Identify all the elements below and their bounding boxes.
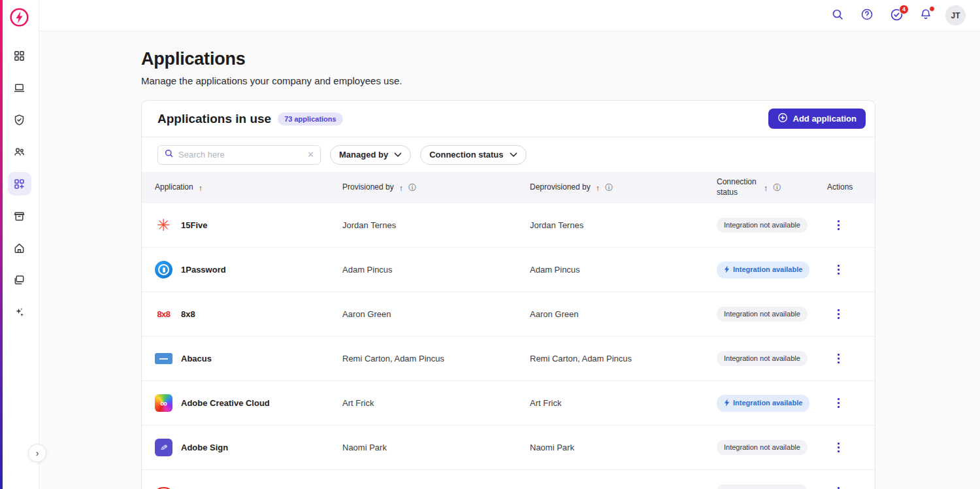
connection-status-filter[interactable]: Connection status <box>420 145 526 165</box>
row-actions-kebab-button[interactable] <box>835 262 842 277</box>
connection-status-badge: Integration not available <box>717 351 808 366</box>
add-application-button[interactable]: Add application <box>768 109 866 129</box>
sidebar-collapse-button[interactable]: › <box>28 444 46 462</box>
deprovisioned-by-value: Remi Carton, Adam Pincus <box>530 354 717 363</box>
app-name: Adobe Sign <box>181 443 228 452</box>
lightning-icon <box>724 265 730 275</box>
browser-windows-icon <box>13 274 25 286</box>
column-provisioned-by: Provisioned by <box>342 182 394 193</box>
column-connection-status: Connection status <box>717 177 759 197</box>
sidebar-item-people[interactable] <box>8 140 31 163</box>
app-logo-icon <box>155 483 172 489</box>
search-input[interactable] <box>178 150 302 160</box>
people-icon <box>13 146 25 158</box>
table-row[interactable]: ADP Jordan Ternes Jordan Ternes Integrat… <box>142 470 875 489</box>
row-actions-kebab-button[interactable] <box>835 218 842 233</box>
laptop-icon <box>13 82 25 94</box>
connection-status-badge: Integration available <box>717 395 809 412</box>
help-button[interactable] <box>857 6 877 25</box>
row-actions-kebab-button[interactable] <box>835 351 842 366</box>
app-logo-icon <box>155 305 172 323</box>
connection-status-label: Integration not available <box>724 355 800 362</box>
sidebar <box>0 0 39 489</box>
deprovisioned-by-value: Jordan Ternes <box>530 220 717 230</box>
page-subtitle: Manage the applications your company and… <box>141 75 980 86</box>
electric-logo[interactable] <box>10 8 29 29</box>
app-logo-icon <box>155 394 172 412</box>
search-icon <box>831 8 844 23</box>
provisioned-by-value: Jordan Ternes <box>342 220 530 230</box>
app-name: Abacus <box>181 354 212 363</box>
search-button[interactable] <box>828 6 847 25</box>
deprovisioned-by-value: Aaron Green <box>530 309 717 319</box>
chevron-right-icon: › <box>36 448 39 458</box>
app-logo-icon <box>155 350 172 367</box>
table-row[interactable]: 15Five Jordan Ternes Jordan Ternes Integ… <box>142 203 875 248</box>
topbar: 4 JT <box>0 0 980 31</box>
sort-arrow-icon[interactable]: ↑ <box>596 184 600 192</box>
row-actions-kebab-button[interactable] <box>835 440 842 455</box>
page-title: Applications <box>141 49 980 69</box>
sidebar-item-devices[interactable] <box>8 76 31 99</box>
table-body: 15Five Jordan Ternes Jordan Ternes Integ… <box>142 203 875 489</box>
lightning-icon <box>724 399 730 408</box>
row-actions-kebab-button[interactable] <box>835 307 842 322</box>
notifications-button[interactable] <box>916 6 936 25</box>
info-icon[interactable]: ⓘ <box>408 184 416 192</box>
connection-status-badge: Integration not available <box>717 218 808 233</box>
info-icon[interactable]: ⓘ <box>605 184 613 192</box>
chevron-down-icon <box>394 150 402 160</box>
search-icon <box>164 148 174 161</box>
sidebar-item-applications[interactable] <box>8 172 31 195</box>
main-content: Applications Manage the applications you… <box>39 31 980 489</box>
table-row[interactable]: 1Password Adam Pincus Adam Pincus Integr… <box>142 248 875 292</box>
sidebar-item-inventory[interactable] <box>8 204 31 228</box>
sidebar-item-dashboard[interactable] <box>8 44 31 67</box>
help-icon <box>860 8 874 23</box>
add-application-label: Add application <box>793 114 857 124</box>
app-logo-icon <box>155 216 172 234</box>
provisioned-by-value: Adam Pincus <box>342 265 530 275</box>
connection-status-badge: Integration not available <box>717 484 808 489</box>
applications-panel: Applications in use 73 applications Add … <box>141 100 875 489</box>
managed-by-filter[interactable]: Managed by <box>330 145 411 165</box>
sort-arrow-icon[interactable]: ↑ <box>199 184 203 192</box>
table-row[interactable]: 8x8 Aaron Green Aaron Green Integration … <box>142 292 875 337</box>
sidebar-item-home[interactable] <box>8 236 31 260</box>
ai-sparkles-icon <box>13 306 25 318</box>
connection-status-badge: Integration not available <box>717 440 808 455</box>
table-row[interactable]: Abacus Remi Carton, Adam Pincus Remi Car… <box>142 337 875 381</box>
info-icon[interactable]: ⓘ <box>774 184 781 192</box>
sidebar-item-browsers[interactable] <box>8 268 31 292</box>
brand-gradient-strip <box>0 0 3 489</box>
table-header: Application ↑ Provisioned by ↑ ⓘ Deprovi… <box>142 172 875 203</box>
sort-arrow-icon[interactable]: ↑ <box>399 184 404 192</box>
table-row[interactable]: Adobe Sign Naomi Park Naomi Park Integra… <box>142 426 875 470</box>
notification-dot-badge <box>929 6 935 12</box>
sidebar-item-ai[interactable] <box>8 300 31 324</box>
column-actions: Actions <box>827 182 853 193</box>
row-actions-kebab-button[interactable] <box>835 484 842 489</box>
connection-status-badge: Integration available <box>717 261 809 278</box>
tasks-count-badge: 4 <box>899 5 909 14</box>
column-application: Application <box>155 182 193 193</box>
chevron-down-icon <box>510 150 517 160</box>
row-actions-kebab-button[interactable] <box>835 396 842 411</box>
provisioned-by-value: Art Frick <box>342 398 530 408</box>
clear-search-icon[interactable]: ✕ <box>307 150 314 159</box>
table-row[interactable]: Adobe Creative Cloud Art Frick Art Frick… <box>142 381 875 426</box>
deprovisioned-by-value: Art Frick <box>530 398 717 408</box>
grid-dashboard-icon <box>13 50 25 62</box>
column-deprovisioned-by: Deprovisioned by <box>530 182 591 193</box>
tasks-button[interactable]: 4 <box>887 6 906 25</box>
app-logo-icon <box>155 439 172 456</box>
app-name: Adobe Creative Cloud <box>181 398 270 408</box>
sidebar-item-security[interactable] <box>8 108 31 131</box>
plus-circle-icon <box>777 112 788 125</box>
sort-arrow-icon[interactable]: ↑ <box>764 184 768 192</box>
app-name: 15Five <box>181 220 207 230</box>
user-avatar[interactable]: JT <box>945 5 966 25</box>
provisioned-by-value: Aaron Green <box>342 309 530 319</box>
connection-status-label: Integration not available <box>724 311 800 318</box>
provisioned-by-value: Remi Carton, Adam Pincus <box>342 354 530 363</box>
